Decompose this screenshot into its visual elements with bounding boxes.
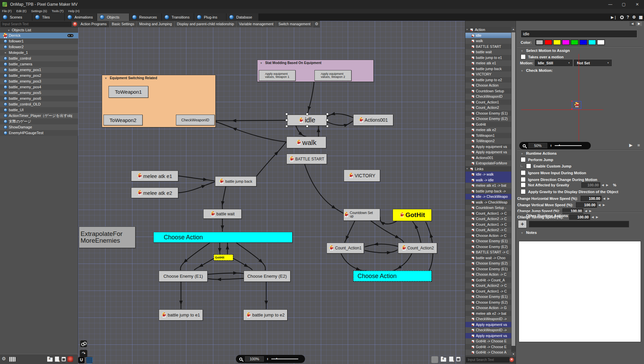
record-icon[interactable]: [620, 16, 624, 19]
action-list-item[interactable]: VICTORY: [465, 71, 512, 77]
link-list-item[interactable]: Apply equipment va: [465, 322, 512, 328]
add-page-icon[interactable]: [55, 357, 59, 362]
zoom-slider-thumb[interactable]: ▲: [275, 357, 278, 360]
tab-scenes[interactable]: Scenes: [0, 13, 32, 21]
link-list-item[interactable]: Choose Enemy (E2): [465, 261, 512, 266]
play-test-icon[interactable]: ▶❘: [611, 15, 617, 20]
object-list-item[interactable]: EnemyHPGaugeTest: [0, 130, 78, 136]
link-arrow[interactable]: [296, 126, 306, 136]
link-arrow[interactable]: [365, 244, 398, 247]
subtab-variable-management[interactable]: Variable management: [237, 21, 276, 27]
stepper-arrows[interactable]: ◀ ▶: [598, 203, 606, 207]
object-list-item[interactable]: battle_camera: [0, 61, 78, 67]
link-list-item[interactable]: Count_Action2 -> C: [465, 227, 512, 233]
node-toweapon2[interactable]: ToWeapon2: [103, 115, 143, 125]
link-arrow[interactable]: [345, 221, 355, 243]
color-swatch[interactable]: [579, 39, 587, 45]
layers-icon[interactable]: [431, 356, 438, 363]
color-swatch[interactable]: [571, 39, 579, 45]
actions-search-input[interactable]: [466, 357, 509, 362]
node-walk[interactable]: walk: [286, 136, 326, 148]
scrollbar[interactable]: ▲ ▼: [511, 27, 516, 357]
runtime-checkbox[interactable]: [521, 189, 526, 194]
clear-search-icon[interactable]: ×: [73, 22, 77, 26]
menu-item-file[interactable]: File (F): [2, 9, 12, 13]
scroll-down-icon[interactable]: ▼: [511, 352, 516, 357]
selection-handle[interactable]: [326, 125, 329, 127]
close-button[interactable]: ✕: [631, 0, 644, 9]
object-list-item[interactable]: battle_UI: [0, 107, 78, 113]
link-list-item[interactable]: melee atk e2 -> bat: [465, 311, 512, 316]
link-arrow[interactable]: [222, 183, 226, 209]
objects-list-header[interactable]: ▼Objects List: [0, 27, 78, 33]
preview-zoom-slider[interactable]: ▲: [555, 145, 582, 146]
object-list-item[interactable]: 実際のゲージ: [0, 119, 78, 124]
action-list-item[interactable]: melee atk e1: [465, 60, 512, 66]
tab-transitions[interactable]: Transitions: [162, 13, 194, 21]
link-arrow[interactable]: [178, 182, 215, 193]
object-list-item[interactable]: battle_enemy_pos2: [0, 73, 78, 79]
action-list-item[interactable]: Choose Action: [465, 83, 512, 88]
link-list-item[interactable]: Countdown Setup -: [465, 205, 512, 211]
action-list-item[interactable]: idle: [465, 33, 512, 38]
object-list-item[interactable]: battle_control: [0, 56, 78, 61]
node-melee-atk-e2[interactable]: melee atk e2: [131, 187, 178, 198]
color-swatch[interactable]: [588, 39, 596, 45]
action-list-item[interactable]: walk: [465, 38, 512, 44]
actions-header[interactable]: ▾Action: [465, 27, 512, 33]
link-arrow[interactable]: [412, 221, 421, 243]
node-gothit-small[interactable]: GotHit: [214, 254, 233, 261]
tab-resources[interactable]: Resources: [129, 13, 162, 21]
action-list-item[interactable]: ToWeapon2: [465, 138, 512, 144]
link-arrow[interactable]: [208, 273, 244, 274]
action-list-item[interactable]: battle jump to e1: [465, 55, 512, 61]
link-arrow[interactable]: [181, 243, 210, 270]
link-list-item[interactable]: BATTLE START -> C: [465, 249, 512, 255]
action-list-item[interactable]: Choose Enemy (E2): [465, 116, 512, 122]
play-icon[interactable]: ▶: [629, 143, 633, 148]
menu-item-tools[interactable]: Tools (T): [52, 9, 64, 13]
selection-handle[interactable]: [306, 113, 308, 115]
runtime-checkbox[interactable]: [526, 163, 531, 169]
link-list-item[interactable]: Choose Enemy (E2): [465, 244, 512, 250]
action-list-item[interactable]: ToWeapon1: [465, 133, 512, 139]
add-folder-icon[interactable]: [441, 358, 446, 362]
node-gothit-big[interactable]: GotHit: [393, 209, 432, 221]
action-list-item[interactable]: battle wait: [465, 49, 512, 55]
link-list-item[interactable]: idle -> CheckWeapo: [465, 194, 512, 200]
node-victory[interactable]: VICTORY: [344, 170, 380, 182]
action-list-item[interactable]: Count_Action2: [465, 105, 512, 111]
scrollbar-thumb[interactable]: [512, 32, 515, 346]
link-list-item[interactable]: Count_Action2 -> C: [465, 216, 512, 222]
link-arrow[interactable]: [220, 243, 220, 254]
node-extrapolate-note[interactable]: ExtrapolateForMoreEnemies: [79, 226, 135, 248]
runtime-checkbox[interactable]: [521, 157, 526, 162]
link-list-item[interactable]: Count_Action1 -> C: [465, 222, 512, 228]
link-arrow[interactable]: [233, 258, 252, 270]
action-list-item[interactable]: battle jump back: [465, 66, 512, 72]
selection-handle[interactable]: [285, 119, 288, 121]
node-melee-atk-e1[interactable]: melee atk e1: [131, 171, 178, 181]
preview-zoom-value[interactable]: 50%: [528, 143, 547, 148]
menu-item-help[interactable]: Help (H): [68, 9, 80, 13]
magnet-icon[interactable]: U: [78, 357, 85, 363]
runtime-actions-header[interactable]: ▼Runtime Actions: [521, 151, 557, 155]
subtab-gear-icon[interactable]: ⚙: [313, 21, 320, 27]
action-program-canvas[interactable]: Action ProgramsBasic SettingsMoving and …: [78, 21, 465, 364]
node-idle[interactable]: idle: [287, 115, 327, 126]
objects-search-input[interactable]: [1, 22, 71, 27]
link-arrow[interactable]: [341, 253, 367, 271]
node-choose-enemy-e2[interactable]: Choose Enemy (E2): [244, 271, 290, 282]
action-list-item[interactable]: Actions001: [465, 155, 512, 161]
link-list-item[interactable]: GotHit -> Choose A: [465, 350, 512, 355]
stop-icon[interactable]: ■: [637, 143, 640, 148]
action-list-item[interactable]: CheckWeaponID: [465, 94, 512, 99]
object-list-item[interactable]: ActionTimer_Player（ゲージを出すobj: [0, 113, 78, 119]
menu-item-edit[interactable]: Edit (E): [17, 9, 27, 13]
runtime-checkbox[interactable]: [521, 170, 526, 175]
link-arrow[interactable]: [215, 120, 287, 121]
object-list-item[interactable]: Derrick: [0, 33, 78, 38]
object-list-item[interactable]: battle_enemy_pos5: [0, 90, 78, 96]
add-page-icon[interactable]: [449, 357, 453, 362]
subtab-switch-management[interactable]: Switch management: [276, 21, 313, 27]
